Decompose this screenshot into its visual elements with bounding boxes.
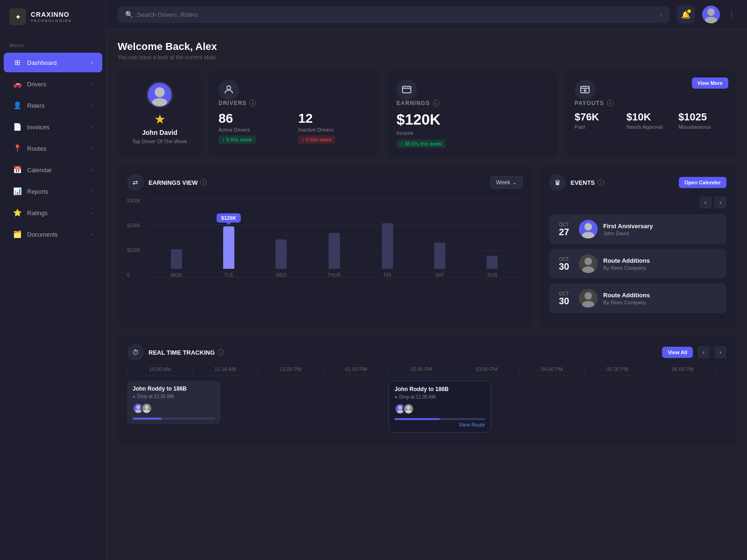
- svg-point-18: [398, 406, 402, 409]
- bar-group-sat: SAT: [434, 243, 445, 278]
- sidebar-item-reports[interactable]: 📊 Reports ›: [4, 182, 102, 201]
- drivers-card-icon: [218, 79, 239, 100]
- earnings-amount: $120K: [396, 111, 548, 128]
- sidebar-label-reports: Reports: [27, 188, 49, 195]
- drop-icon-1: ●: [133, 394, 135, 399]
- entry2-title: John Roddy to 186B: [395, 386, 485, 392]
- y-label-300k: $300K: [127, 198, 141, 203]
- earnings-badge: ↑ 38.6% this week: [396, 140, 445, 148]
- event-day-2: 30: [555, 262, 573, 271]
- tracking-entry-2: John Roddy to 186B ● Drop at 11:35 AM: [388, 381, 491, 433]
- svg-point-0: [707, 8, 715, 16]
- star-icon: ★: [154, 112, 166, 127]
- chevron-right-icon: ›: [91, 210, 93, 216]
- bar-group-sun: SUN: [486, 256, 498, 278]
- bars-container: MON$126KTUEWEDTHURFRISATSUN: [150, 198, 518, 278]
- sidebar-item-drivers[interactable]: 🚗 Drivers ›: [4, 74, 102, 94]
- svg-point-4: [227, 86, 231, 90]
- view-route-link[interactable]: View Route: [395, 422, 485, 427]
- drop-icon-2: ●: [395, 394, 397, 399]
- events-prev-button[interactable]: ‹: [699, 196, 712, 209]
- bar-label-fri: FRI: [384, 273, 391, 278]
- bar-group-wed: WED: [275, 239, 287, 278]
- drivers-grid: 86 Active Drivers ↑ 5 this week 12 Inact…: [218, 111, 370, 144]
- inactive-count: 12: [298, 111, 371, 126]
- ratings-icon: ⭐: [13, 209, 21, 217]
- open-calendar-button[interactable]: Open Calender: [679, 177, 726, 188]
- sidebar-item-ratings[interactable]: ⭐ Ratings ›: [4, 203, 102, 223]
- content-area: Welcome Back, Alex You can have a look a…: [106, 29, 747, 560]
- event-sub-3: By Rees Company: [603, 300, 721, 305]
- event-month-3: OCT: [555, 291, 573, 296]
- sidebar-item-documents[interactable]: 🗂️ Documents ›: [4, 224, 102, 244]
- reports-icon: 📊: [13, 187, 21, 196]
- sidebar-label-documents: Documents: [27, 231, 58, 238]
- chevron-right-icon: ›: [91, 167, 93, 173]
- events-title: EVENTS: [571, 179, 595, 186]
- event-month-1: OCT: [555, 222, 573, 227]
- search-wrap[interactable]: 🔍 ›: [118, 6, 669, 23]
- clock-icon-circle: ⏱: [127, 344, 144, 361]
- event-sub-1: John David: [603, 231, 721, 236]
- more-icon[interactable]: ⋮: [727, 9, 736, 20]
- welcome-subtitle: You can have a look at the current stats: [118, 54, 736, 61]
- main-content: 🔍 › 🔔 ⋮ Welcome Back, Alex You can have …: [106, 0, 747, 560]
- drivers-label: DRIVERS: [218, 100, 247, 106]
- documents-icon: 🗂️: [13, 230, 21, 238]
- logo-icon: ✦: [9, 8, 26, 25]
- view-all-button[interactable]: View All: [662, 347, 693, 358]
- event-info-2: Route Additions By Rees Company: [603, 257, 721, 271]
- stats-row: ★ John David Top Driver Of The Week DRIV…: [118, 70, 736, 157]
- hour-11am: 11.00 AM: [192, 366, 258, 376]
- svg-point-8: [585, 223, 592, 231]
- view-more-button[interactable]: View More: [692, 77, 728, 89]
- chart-card-header: ⇄ EARNINGS VIEW i Week ⌄: [127, 174, 523, 191]
- tracking-next-button[interactable]: ›: [714, 346, 726, 358]
- earnings-label: EARNINGS: [396, 100, 430, 106]
- logo-subtitle: TECHNOLOGIES: [31, 19, 72, 23]
- sidebar-item-riders[interactable]: 👤 Riders ›: [4, 96, 102, 115]
- sidebar-label-calendar: Calendar: [27, 167, 52, 174]
- topbar: 🔍 › 🔔 ⋮: [106, 0, 747, 29]
- chevron-right-icon: ›: [91, 146, 93, 151]
- notification-bell[interactable]: 🔔: [677, 6, 695, 23]
- inactive-label: Inactive Drivers: [298, 127, 371, 133]
- share-icon-circle: ⇄: [127, 174, 144, 191]
- hour-6pm: 06.00 PM: [650, 366, 715, 376]
- approval-val: $10K: [627, 111, 675, 123]
- avatar[interactable]: [702, 6, 720, 23]
- search-input[interactable]: [137, 11, 656, 18]
- event-sub-2: By Rees Company: [603, 265, 721, 271]
- events-next-button[interactable]: ›: [714, 196, 726, 209]
- event-title-3: Route Additions: [603, 292, 721, 299]
- tracking-prev-button[interactable]: ‹: [698, 346, 710, 358]
- svg-point-20: [407, 406, 410, 409]
- earnings-header: EARNINGS i: [396, 100, 548, 106]
- hour-10am: 10.00 AM: [127, 366, 192, 376]
- bar-group-fri: FRI: [382, 223, 393, 278]
- sidebar-item-calendar[interactable]: 📅 Calendar ›: [4, 160, 102, 180]
- top-driver-card: ★ John David Top Driver Of The Week: [118, 70, 202, 157]
- hour-1pm: 01.00 PM: [323, 366, 388, 376]
- routes-icon: 📍: [13, 144, 21, 153]
- bar-mon: [171, 249, 182, 269]
- tracking-entry-1: John Roddy to 186B ● Drop at 11:35 AM: [127, 381, 220, 424]
- sidebar-item-invoices[interactable]: 📄 Invoices ›: [4, 117, 102, 137]
- info-icon: i: [598, 179, 604, 186]
- dashboard-icon: ⊞: [13, 58, 21, 67]
- info-icon: i: [433, 100, 439, 106]
- drivers-header: DRIVERS i: [218, 100, 370, 106]
- welcome-title: Welcome Back, Alex: [118, 41, 736, 53]
- hour-5pm: 05.00 PM: [585, 366, 650, 376]
- hour-12pm: 12.00 PM: [258, 366, 323, 376]
- week-button[interactable]: Week ⌄: [490, 176, 523, 189]
- entry2-drop: Drop at 11:35 AM: [399, 394, 436, 399]
- bar-label-mon: MON: [171, 273, 182, 278]
- sidebar-item-dashboard[interactable]: ⊞ Dashboard ›: [4, 53, 102, 72]
- events-card: ♛ EVENTS i Open Calender ‹ › OCT: [540, 165, 736, 327]
- sidebar-item-routes[interactable]: 📍 Routes ›: [4, 139, 102, 158]
- bar-wed: [275, 239, 287, 269]
- bar-fri: [382, 223, 393, 269]
- timeline-hours: 10.00 AM 11.00 AM 12.00 PM 01.00 PM 02.0…: [127, 366, 726, 376]
- chevron-right-icon: ›: [91, 189, 93, 194]
